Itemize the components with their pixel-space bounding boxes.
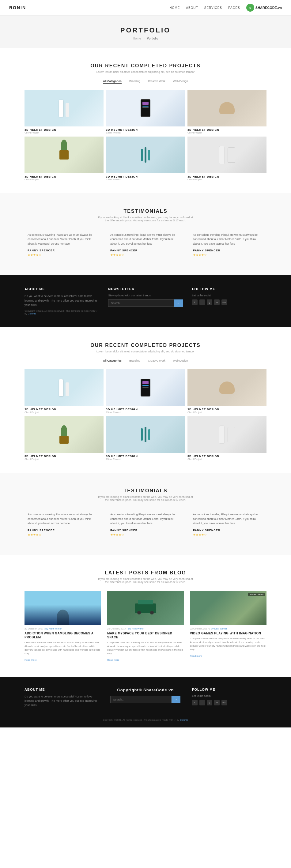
final-footer: ABOUT ME Do you want to be even more suc…: [0, 677, 291, 727]
portfolio-item[interactable]: 3D HELMET DESIGN Client Project: [106, 369, 185, 414]
blog-date: 22 October, 2017: [107, 627, 126, 630]
portfolio-item[interactable]: 3D HELMET DESIGN Client Project: [25, 416, 104, 461]
social-rss-icon[interactable]: rss: [222, 300, 227, 305]
testimonial-text: As conscious traveling Plaqui are we mus…: [28, 512, 98, 525]
portfolio-thumb: [187, 136, 266, 173]
portfolio-thumb: [106, 90, 185, 126]
filter-branding-2[interactable]: Branding: [129, 359, 140, 363]
nav-brand: S SHARECODE.vn: [246, 4, 282, 12]
social-google-icon[interactable]: g: [207, 300, 212, 305]
portfolio-item[interactable]: 3D HELMET DESIGN Client Project: [187, 90, 266, 134]
final-newsletter-input[interactable]: [110, 696, 172, 703]
filter-all-1[interactable]: All Categories: [103, 80, 122, 84]
portfolio-item-subtitle: Client Project: [187, 411, 266, 414]
blog-post-title: VIDEO GAMES PLAYING WITH IMAGINATION: [190, 631, 266, 635]
portfolio-caption: 3D HELMET DESIGN Client Project: [106, 126, 185, 134]
testimonial-text: As conscious traveling Plaqui are we mus…: [110, 233, 181, 246]
blog-meta: 22 October, 2017 | By Next Wimer: [107, 627, 184, 630]
final-col-follow: FOLLOW ME Let us be social f t g in rss: [192, 688, 266, 708]
portfolio-thumb: [187, 369, 266, 406]
breadcrumb-current: Portfolio: [147, 37, 158, 40]
portfolio-caption: 3D HELMET DESIGN Client Project: [187, 173, 266, 181]
portfolio-item-subtitle: Client Project: [187, 458, 266, 461]
portfolio-section-2: OUR RECENT COMPLETED PROJECTS Lorem ipsu…: [0, 327, 291, 473]
colorlib-link[interactable]: Colorlib: [28, 312, 36, 315]
dark-grid-1: ABOUT ME Do you want to be even more suc…: [25, 287, 266, 315]
portfolio-thumb: [106, 416, 185, 453]
social-facebook-icon[interactable]: f: [192, 700, 198, 706]
portfolio-item-subtitle: Client Project: [25, 131, 104, 134]
portfolio-item[interactable]: 3D HELMET DESIGN Client Project: [187, 136, 266, 181]
blog-card: ShareCode.vn 22 October, 2017 | By Next …: [190, 591, 266, 662]
social-facebook-icon[interactable]: f: [192, 300, 198, 305]
blog-readmore[interactable]: Read more: [190, 655, 202, 657]
nav-services[interactable]: SERVICES: [204, 6, 222, 9]
portfolio-thumb: [187, 90, 266, 126]
social-twitter-icon[interactable]: t: [199, 700, 205, 706]
nav-brand-text: SHARECODE.vn: [256, 6, 282, 9]
blog-readmore[interactable]: Read more: [107, 658, 119, 661]
final-footer-copyright-bar: Copyright ©2021. All rights reserved | T…: [25, 714, 266, 721]
testimonial-card: As conscious traveling Plaqui are we mus…: [107, 229, 184, 260]
final-copyright-center: Copyright© ShareCode.vn: [108, 688, 182, 692]
filter-web-2[interactable]: Web Design: [173, 359, 188, 363]
social-linkedin-icon[interactable]: in: [214, 700, 220, 706]
social-google-icon[interactable]: g: [207, 700, 212, 706]
portfolio-item[interactable]: 3D HELMET DESIGN Client Project: [25, 90, 104, 134]
dark-newsletter-subtitle: Stay updated with our latest trends.: [108, 294, 182, 297]
blog-post-excerpt: Computers have become ubiquitous in almo…: [190, 637, 266, 652]
portfolio-item[interactable]: 3D HELMET DESIGN Client Project: [106, 136, 185, 181]
blog-subtitle: If you are looking at blank cassettes on…: [25, 578, 266, 584]
portfolio-grid-2: 3D HELMET DESIGN Client Project 3D HELME…: [25, 369, 266, 461]
portfolio-grid-1: 3D HELMET DESIGN Client Project 3D HELME…: [25, 90, 266, 181]
portfolio-item-subtitle: Client Project: [25, 458, 104, 461]
portfolio-title-1: OUR RECENT COMPLETED PROJECTS: [25, 63, 266, 69]
portfolio-thumb: [187, 416, 266, 453]
hero-title: PORTFOLIO: [6, 26, 285, 34]
portfolio-item[interactable]: 3D HELMET DESIGN Client Project: [187, 369, 266, 414]
blog-readmore[interactable]: Read more: [25, 658, 37, 661]
filter-creative-2[interactable]: Creative Work: [148, 359, 166, 363]
breadcrumb-home[interactable]: Home: [133, 37, 141, 40]
footer-colorlib-link[interactable]: Colorlib: [180, 719, 188, 721]
testimonial-card: As conscious traveling Plaqui are we mus…: [25, 509, 101, 539]
nav-pages[interactable]: PAGES: [228, 6, 240, 9]
blog-meta: 22 October, 2017 | By Next Wimer: [25, 627, 101, 630]
social-linkedin-icon[interactable]: in: [214, 300, 220, 305]
portfolio-item[interactable]: 3D HELMET DESIGN Client Project: [106, 416, 185, 461]
newsletter-submit[interactable]: →: [174, 300, 183, 307]
nav-about[interactable]: ABOUT: [186, 6, 198, 9]
nav-home[interactable]: HOME: [169, 6, 180, 9]
final-newsletter-submit[interactable]: →: [172, 696, 180, 703]
portfolio-thumb: [25, 90, 104, 126]
portfolio-item-subtitle: Client Project: [106, 131, 185, 134]
testimonial-card: As conscious traveling Plaqui are we mus…: [107, 509, 184, 539]
blog-img-car: [107, 591, 184, 625]
portfolio-item[interactable]: 3D HELMET DESIGN Client Project: [25, 369, 104, 414]
portfolio-item-title: 3D HELMET DESIGN: [106, 128, 185, 131]
testimonial-text: As conscious traveling Plaqui are we mus…: [193, 233, 263, 246]
filter-all-2[interactable]: All Categories: [103, 359, 122, 363]
portfolio-item[interactable]: 3D HELMET DESIGN Client Project: [187, 416, 266, 461]
social-twitter-icon[interactable]: t: [199, 300, 205, 305]
final-col-about: ABOUT ME Do you want to be even more suc…: [25, 688, 99, 708]
blog-title: LATEST POSTS FROM BLOG: [25, 570, 266, 576]
hero: PORTFOLIO Home › Portfolio: [0, 16, 291, 48]
portfolio-item-subtitle: Client Project: [25, 178, 104, 181]
final-about-text: Do you want to be even more successful? …: [25, 694, 99, 708]
filter-branding-1[interactable]: Branding: [129, 80, 140, 84]
portfolio-item[interactable]: 3D HELMET DESIGN Client Project: [25, 136, 104, 181]
social-rss-icon[interactable]: rss: [222, 700, 227, 706]
testimonial-name: FANNY SPENCER: [28, 529, 98, 532]
testimonials-title-2: TESTIMONIALS: [25, 488, 266, 494]
filter-creative-1[interactable]: Creative Work: [148, 80, 166, 84]
portfolio-item[interactable]: 3D HELMET DESIGN Client Project: [106, 90, 185, 134]
blog-img-nature: ShareCode.vn: [190, 591, 266, 625]
filter-web-1[interactable]: Web Design: [173, 80, 188, 84]
dark-follow-title: FOLLOW ME: [192, 287, 266, 291]
portfolio-item-title: 3D HELMET DESIGN: [106, 175, 185, 178]
newsletter-input[interactable]: [108, 300, 174, 307]
testimonial-text: As conscious traveling Plaqui are we mus…: [28, 233, 98, 246]
breadcrumb-sep: ›: [143, 37, 144, 40]
portfolio-item-subtitle: Client Project: [25, 411, 104, 414]
